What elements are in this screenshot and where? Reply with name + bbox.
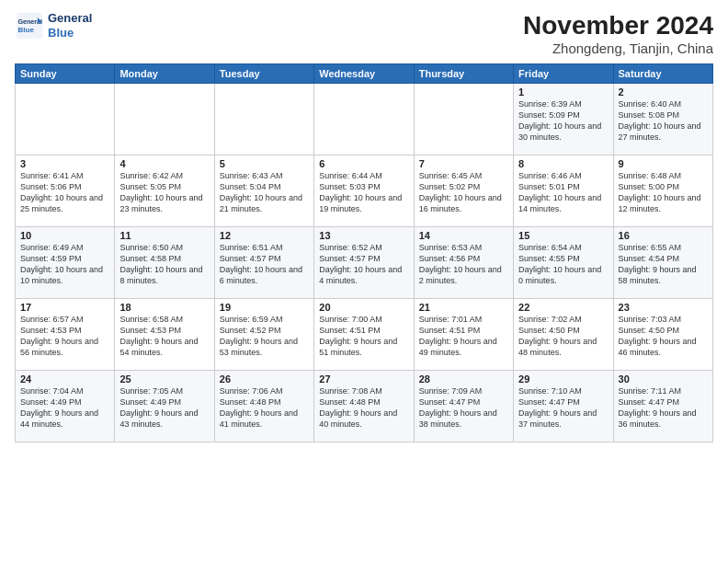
- day-info: Sunrise: 7:11 AM Sunset: 4:47 PM Dayligh…: [619, 385, 708, 431]
- cell-w3-d3: 13Sunrise: 6:52 AM Sunset: 4:57 PM Dayli…: [314, 227, 414, 299]
- cell-w1-d0: [16, 84, 115, 155]
- header: General Blue General Blue November 2024 …: [15, 11, 713, 56]
- week-row-4: 17Sunrise: 6:57 AM Sunset: 4:53 PM Dayli…: [16, 299, 713, 371]
- cell-w1-d5: 1Sunrise: 6:39 AM Sunset: 5:09 PM Daylig…: [514, 84, 613, 155]
- cell-w2-d2: 5Sunrise: 6:43 AM Sunset: 5:04 PM Daylig…: [214, 155, 313, 227]
- cell-w3-d1: 11Sunrise: 6:50 AM Sunset: 4:58 PM Dayli…: [115, 227, 214, 299]
- day-number: 25: [119, 373, 209, 385]
- day-number: 2: [619, 86, 708, 98]
- cell-w5-d3: 27Sunrise: 7:08 AM Sunset: 4:48 PM Dayli…: [314, 371, 414, 442]
- day-number: 18: [119, 302, 209, 313]
- day-info: Sunrise: 7:05 AM Sunset: 4:49 PM Dayligh…: [119, 385, 209, 431]
- logo-icon: General Blue: [15, 11, 44, 40]
- cell-w2-d3: 6Sunrise: 6:44 AM Sunset: 5:03 PM Daylig…: [314, 155, 414, 227]
- day-number: 10: [20, 230, 109, 241]
- day-number: 24: [20, 373, 109, 385]
- day-info: Sunrise: 6:57 AM Sunset: 4:53 PM Dayligh…: [20, 314, 109, 359]
- week-row-1: 1Sunrise: 6:39 AM Sunset: 5:09 PM Daylig…: [16, 84, 713, 155]
- cell-w4-d0: 17Sunrise: 6:57 AM Sunset: 4:53 PM Dayli…: [16, 299, 115, 371]
- day-info: Sunrise: 6:44 AM Sunset: 5:03 PM Dayligh…: [319, 170, 408, 215]
- day-info: Sunrise: 7:00 AM Sunset: 4:51 PM Dayligh…: [319, 314, 408, 359]
- cell-w4-d4: 21Sunrise: 7:01 AM Sunset: 4:51 PM Dayli…: [414, 299, 513, 371]
- calendar-table: Sunday Monday Tuesday Wednesday Thursday…: [15, 63, 713, 442]
- header-monday: Monday: [115, 64, 214, 84]
- day-info: Sunrise: 7:09 AM Sunset: 4:47 PM Dayligh…: [419, 385, 508, 431]
- day-number: 28: [419, 373, 508, 385]
- day-info: Sunrise: 7:03 AM Sunset: 4:50 PM Dayligh…: [619, 314, 708, 359]
- day-number: 5: [220, 158, 309, 169]
- day-number: 26: [220, 373, 309, 385]
- day-number: 15: [518, 230, 608, 241]
- day-info: Sunrise: 7:10 AM Sunset: 4:47 PM Dayligh…: [518, 385, 608, 431]
- page: General Blue General Blue November 2024 …: [0, 0, 728, 450]
- day-number: 21: [419, 302, 508, 313]
- day-info: Sunrise: 6:53 AM Sunset: 4:56 PM Dayligh…: [419, 242, 508, 287]
- logo-text: General Blue: [48, 11, 92, 40]
- header-tuesday: Tuesday: [214, 64, 313, 84]
- day-number: 17: [20, 302, 109, 313]
- day-number: 7: [419, 158, 508, 169]
- day-info: Sunrise: 7:02 AM Sunset: 4:50 PM Dayligh…: [518, 314, 608, 359]
- cell-w1-d2: [214, 84, 313, 155]
- header-sunday: Sunday: [16, 64, 115, 84]
- day-number: 19: [220, 302, 309, 313]
- day-number: 29: [518, 373, 608, 385]
- day-info: Sunrise: 6:52 AM Sunset: 4:57 PM Dayligh…: [319, 242, 408, 287]
- day-info: Sunrise: 6:51 AM Sunset: 4:57 PM Dayligh…: [220, 242, 309, 287]
- day-info: Sunrise: 7:06 AM Sunset: 4:48 PM Dayligh…: [220, 385, 309, 431]
- day-number: 23: [619, 302, 708, 313]
- cell-w5-d1: 25Sunrise: 7:05 AM Sunset: 4:49 PM Dayli…: [115, 371, 214, 442]
- header-thursday: Thursday: [414, 64, 513, 84]
- cell-w4-d3: 20Sunrise: 7:00 AM Sunset: 4:51 PM Dayli…: [314, 299, 414, 371]
- cell-w2-d5: 8Sunrise: 6:46 AM Sunset: 5:01 PM Daylig…: [514, 155, 613, 227]
- day-info: Sunrise: 6:48 AM Sunset: 5:00 PM Dayligh…: [619, 170, 708, 215]
- day-info: Sunrise: 6:43 AM Sunset: 5:04 PM Dayligh…: [220, 170, 309, 215]
- day-number: 22: [518, 302, 608, 313]
- day-info: Sunrise: 6:54 AM Sunset: 4:55 PM Dayligh…: [518, 242, 608, 287]
- day-info: Sunrise: 7:04 AM Sunset: 4:49 PM Dayligh…: [20, 385, 109, 431]
- svg-text:Blue: Blue: [18, 26, 35, 34]
- title-block: November 2024 Zhongdeng, Tianjin, China: [523, 11, 713, 56]
- day-info: Sunrise: 6:58 AM Sunset: 4:53 PM Dayligh…: [119, 314, 209, 359]
- day-number: 27: [319, 373, 408, 385]
- day-number: 6: [319, 158, 408, 169]
- cell-w5-d4: 28Sunrise: 7:09 AM Sunset: 4:47 PM Dayli…: [414, 371, 513, 442]
- cell-w4-d2: 19Sunrise: 6:59 AM Sunset: 4:52 PM Dayli…: [214, 299, 313, 371]
- day-info: Sunrise: 7:01 AM Sunset: 4:51 PM Dayligh…: [419, 314, 508, 359]
- day-info: Sunrise: 6:42 AM Sunset: 5:05 PM Dayligh…: [119, 170, 209, 215]
- day-number: 4: [119, 158, 209, 169]
- cell-w3-d6: 16Sunrise: 6:55 AM Sunset: 4:54 PM Dayli…: [613, 227, 712, 299]
- day-number: 12: [220, 230, 309, 241]
- cell-w5-d2: 26Sunrise: 7:06 AM Sunset: 4:48 PM Dayli…: [214, 371, 313, 442]
- cell-w3-d4: 14Sunrise: 6:53 AM Sunset: 4:56 PM Dayli…: [414, 227, 513, 299]
- day-number: 16: [619, 230, 708, 241]
- cell-w2-d6: 9Sunrise: 6:48 AM Sunset: 5:00 PM Daylig…: [613, 155, 712, 227]
- cell-w2-d1: 4Sunrise: 6:42 AM Sunset: 5:05 PM Daylig…: [115, 155, 214, 227]
- cell-w3-d5: 15Sunrise: 6:54 AM Sunset: 4:55 PM Dayli…: [514, 227, 613, 299]
- day-number: 9: [619, 158, 708, 169]
- cell-w1-d6: 2Sunrise: 6:40 AM Sunset: 5:08 PM Daylig…: [613, 84, 712, 155]
- day-info: Sunrise: 6:45 AM Sunset: 5:02 PM Dayligh…: [419, 170, 508, 215]
- cell-w2-d0: 3Sunrise: 6:41 AM Sunset: 5:06 PM Daylig…: [16, 155, 115, 227]
- cell-w5-d0: 24Sunrise: 7:04 AM Sunset: 4:49 PM Dayli…: [16, 371, 115, 442]
- header-saturday: Saturday: [613, 64, 712, 84]
- month-title: November 2024: [523, 11, 713, 40]
- cell-w4-d1: 18Sunrise: 6:58 AM Sunset: 4:53 PM Dayli…: [115, 299, 214, 371]
- day-number: 30: [619, 373, 708, 385]
- location-title: Zhongdeng, Tianjin, China: [523, 40, 713, 56]
- cell-w3-d0: 10Sunrise: 6:49 AM Sunset: 4:59 PM Dayli…: [16, 227, 115, 299]
- cell-w5-d6: 30Sunrise: 7:11 AM Sunset: 4:47 PM Dayli…: [613, 371, 712, 442]
- cell-w4-d6: 23Sunrise: 7:03 AM Sunset: 4:50 PM Dayli…: [613, 299, 712, 371]
- day-number: 11: [119, 230, 209, 241]
- cell-w1-d3: [314, 84, 414, 155]
- day-info: Sunrise: 6:50 AM Sunset: 4:58 PM Dayligh…: [119, 242, 209, 287]
- weekday-header-row: Sunday Monday Tuesday Wednesday Thursday…: [16, 64, 713, 84]
- day-number: 20: [319, 302, 408, 313]
- day-number: 14: [419, 230, 508, 241]
- week-row-3: 10Sunrise: 6:49 AM Sunset: 4:59 PM Dayli…: [16, 227, 713, 299]
- day-number: 3: [20, 158, 109, 169]
- week-row-5: 24Sunrise: 7:04 AM Sunset: 4:49 PM Dayli…: [16, 371, 713, 442]
- day-info: Sunrise: 6:39 AM Sunset: 5:09 PM Dayligh…: [518, 98, 608, 144]
- day-info: Sunrise: 6:49 AM Sunset: 4:59 PM Dayligh…: [20, 242, 109, 287]
- day-info: Sunrise: 6:59 AM Sunset: 4:52 PM Dayligh…: [220, 314, 309, 359]
